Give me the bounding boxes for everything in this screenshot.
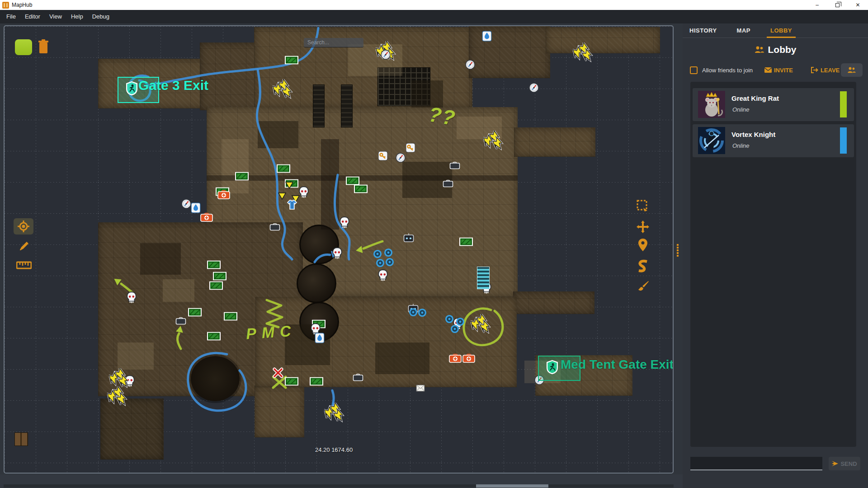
horizontal-scrollbar-thumb[interactable] xyxy=(476,484,548,488)
side-panel: HISTORYMAPLOBBY Lobby Allow friends to j… xyxy=(683,23,868,488)
minimize-button[interactable]: – xyxy=(807,0,827,10)
trash-button[interactable] xyxy=(38,39,49,54)
leave-icon xyxy=(811,67,818,73)
lobby-user-list: Great King RatOnlineVortex KnightOnline xyxy=(690,82,856,447)
marquee-tool-button[interactable] xyxy=(633,198,653,214)
user-color-bar xyxy=(840,91,847,117)
envelope-icon xyxy=(764,67,772,73)
map-toolbars: 24.20 1674.60 xyxy=(5,26,673,473)
restore-button[interactable] xyxy=(827,0,848,10)
menu-item-file[interactable]: File xyxy=(2,10,20,23)
ruler-tool-button[interactable] xyxy=(14,257,34,273)
lobby-user-card[interactable]: Vortex KnightOnline xyxy=(693,124,854,157)
cursor-coordinates: 24.20 1674.60 xyxy=(315,446,353,453)
spline-tool-button[interactable] xyxy=(633,258,653,274)
restore-icon xyxy=(835,3,840,7)
people-icon xyxy=(847,67,856,73)
side-panel-tabs: HISTORYMAPLOBBY xyxy=(683,23,868,38)
user-status: Online xyxy=(732,142,750,149)
menu-item-view[interactable]: View xyxy=(45,10,66,23)
allow-friends-label: Allow friends to join xyxy=(702,67,753,74)
avatar xyxy=(698,127,725,154)
locate-tool-button[interactable] xyxy=(14,218,33,235)
horizontal-scrollbar xyxy=(4,484,674,488)
tab-lobby[interactable]: LOBBY xyxy=(770,23,792,38)
lobby-user-card[interactable]: Great King RatOnline xyxy=(693,88,854,121)
invite-button[interactable]: INVITE xyxy=(764,67,793,74)
allow-friends-checkbox[interactable] xyxy=(690,66,698,74)
menu-item-help[interactable]: Help xyxy=(66,10,88,23)
leave-button[interactable]: LEAVE xyxy=(811,67,840,74)
avatar xyxy=(698,91,725,118)
people-icon xyxy=(755,46,764,53)
search-input[interactable] xyxy=(304,38,363,47)
window-title: MapHub xyxy=(12,2,32,8)
lobby-header: Lobby xyxy=(683,43,868,56)
menu-bar: FileEditorViewHelpDebug xyxy=(0,10,868,23)
send-button[interactable]: SEND xyxy=(829,457,860,470)
window-controls: – ✕ xyxy=(807,0,868,10)
tab-map[interactable]: MAP xyxy=(737,23,750,38)
panel-splitter-handle[interactable] xyxy=(675,244,680,257)
title-bar: MapHub – ✕ xyxy=(0,0,868,10)
user-name: Vortex Knight xyxy=(731,131,775,138)
tab-history[interactable]: HISTORY xyxy=(689,23,717,38)
user-color-bar xyxy=(840,127,847,154)
lobby-title: Lobby xyxy=(768,44,797,55)
send-arrow-icon xyxy=(832,461,838,466)
trash-icon xyxy=(38,39,49,54)
close-button[interactable]: ✕ xyxy=(848,0,868,10)
pin-tool-button[interactable] xyxy=(633,237,653,253)
user-status: Online xyxy=(732,106,750,113)
user-name: Great King Rat xyxy=(731,94,779,102)
chat-input[interactable] xyxy=(690,457,822,470)
app-icon xyxy=(2,2,9,9)
lobby-controls: Allow friends to join INVITE LEAVE xyxy=(690,63,863,77)
menu-item-debug[interactable]: Debug xyxy=(88,10,114,23)
brush-tool-button[interactable] xyxy=(633,278,653,295)
menu-item-editor[interactable]: Editor xyxy=(20,10,45,23)
move-tool-button[interactable] xyxy=(633,219,653,235)
pencil-tool-button[interactable] xyxy=(14,238,34,254)
map-viewport[interactable]: Gate 3 ExitMed Tent Gate ExitPMC?? 24.20… xyxy=(4,25,674,474)
add-area-button[interactable] xyxy=(15,39,32,55)
lobby-members-button[interactable] xyxy=(841,63,863,77)
chat-row: SEND xyxy=(690,457,862,470)
